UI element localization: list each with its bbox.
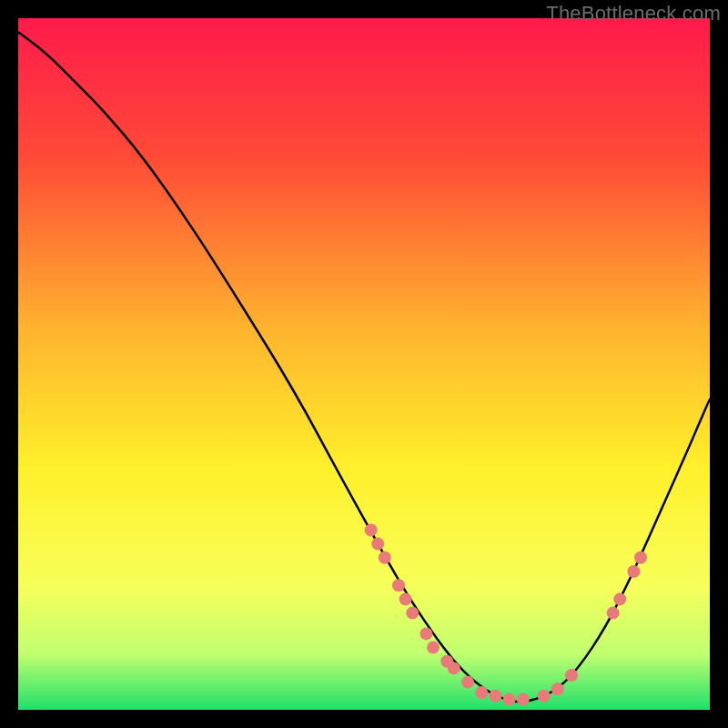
gradient-background <box>18 18 710 710</box>
data-marker <box>627 565 640 578</box>
data-marker <box>613 592 626 605</box>
data-marker <box>503 693 516 706</box>
data-marker <box>461 676 474 689</box>
data-marker <box>538 690 551 703</box>
chart-container <box>18 18 710 710</box>
data-marker <box>634 551 647 564</box>
chart-svg <box>18 18 710 710</box>
data-marker <box>365 523 378 536</box>
data-marker <box>392 579 405 592</box>
data-marker <box>406 607 419 620</box>
data-marker <box>448 662 460 674</box>
data-marker <box>379 551 391 564</box>
data-marker <box>420 627 432 640</box>
watermark-text: TheBottleneck.com <box>546 2 721 25</box>
data-marker <box>489 690 501 703</box>
data-marker <box>371 538 384 551</box>
data-marker <box>475 686 488 699</box>
data-marker <box>517 693 530 706</box>
data-marker <box>427 642 440 654</box>
data-marker <box>565 669 578 682</box>
data-marker <box>607 607 620 620</box>
data-marker <box>551 682 564 695</box>
data-marker <box>399 592 412 605</box>
